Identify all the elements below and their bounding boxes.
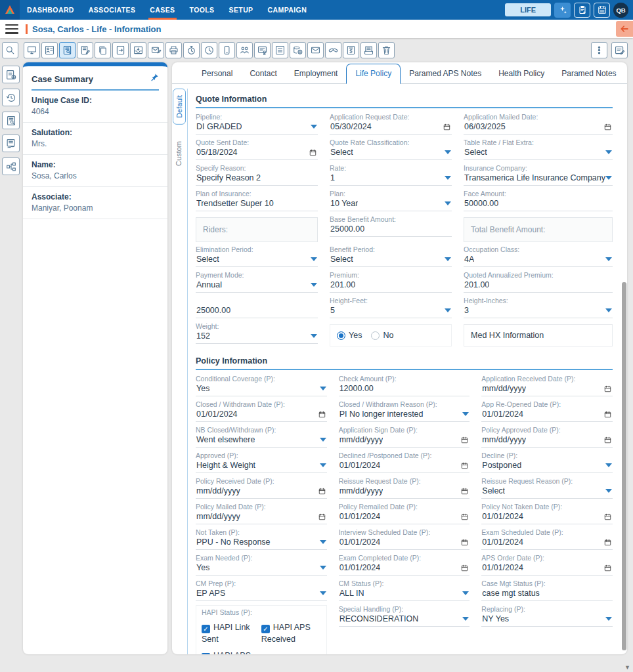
reissue-request-reason-p-dropdown[interactable]: Select [481, 486, 613, 499]
copy-icon[interactable] [95, 42, 111, 58]
workflow-icon[interactable] [2, 158, 20, 175]
note-icon[interactable] [611, 42, 628, 58]
calendar-picker-icon[interactable] [603, 123, 612, 131]
calendar-picker-icon[interactable] [460, 564, 469, 572]
mail-icon[interactable] [307, 42, 324, 58]
table-rate-flat-extra-dropdown[interactable]: Select [464, 147, 613, 160]
policy-remailed-date-p-date-input[interactable]: 01/01/2024 [339, 511, 470, 524]
kebab-menu-icon[interactable] [591, 42, 607, 58]
tab-paramed-notes[interactable]: Paramed Notes [553, 64, 624, 83]
quoted-annualized-premium-input[interactable]: 201.00 [464, 280, 613, 293]
side-tab-default[interactable]: Default [173, 89, 186, 125]
tab-health-policy[interactable]: Health Policy [490, 64, 553, 83]
tab-contact[interactable]: Contact [241, 64, 285, 83]
height-inches-dropdown[interactable]: 3 [464, 305, 613, 318]
calendar-icon[interactable] [594, 3, 610, 18]
closed-withdrawn-date-p-date-input[interactable]: 01/01/2024 [196, 409, 327, 422]
exam-completed-date-p-date-input[interactable]: 01/01/2024 [339, 562, 470, 576]
cm-status-p-dropdown[interactable]: ALL IN [339, 588, 470, 601]
application-mailed-date-date-input[interactable]: 06/03/2025 [464, 121, 613, 135]
plan-dropdown[interactable]: 10 Year [330, 198, 452, 211]
contact-list-icon[interactable] [41, 42, 58, 58]
calendar-picker-icon[interactable] [603, 564, 612, 572]
height-feet-dropdown[interactable]: 5 [330, 305, 452, 318]
calendar-picker-icon[interactable] [443, 123, 451, 131]
weight-dropdown[interactable]: 152 [196, 331, 318, 344]
calendar-picker-icon[interactable] [603, 513, 612, 521]
premium-input[interactable]: 201.00 [330, 280, 452, 293]
radio-option-yes[interactable]: Yes [337, 331, 362, 340]
scroll-down-arrow-icon[interactable]: ▼ [624, 664, 630, 671]
value-input[interactable]: 25000.00 [196, 305, 318, 318]
interview-scheduled-date-p-date-input[interactable]: 01/01/2024 [339, 537, 470, 550]
elimination-period-dropdown[interactable]: Select [196, 254, 318, 267]
calendar-picker-icon[interactable] [460, 436, 469, 444]
calendar-picker-icon[interactable] [603, 436, 612, 444]
certificate-icon[interactable] [254, 42, 271, 58]
nav-item-cases[interactable]: CASES [142, 0, 182, 20]
med-hx-information-field[interactable]: Med HX Information [464, 324, 613, 346]
document-view-icon[interactable] [2, 112, 20, 129]
calendar-picker-icon[interactable] [318, 487, 326, 495]
calendar-picker-icon[interactable] [460, 461, 469, 470]
document-export-icon[interactable] [112, 42, 129, 58]
application-request-date-date-input[interactable]: 05/30/2024 [330, 121, 452, 135]
nav-item-associates[interactable]: ASSOCIATES [81, 0, 142, 20]
tab-life-policy[interactable]: Life Policy [346, 64, 401, 84]
face-amount-input[interactable]: 50000.00 [464, 198, 613, 211]
plan-of-insurance-input[interactable]: Trendsetter Super 10 [196, 198, 318, 211]
invoice-icon[interactable] [343, 42, 359, 58]
nav-item-dashboard[interactable]: DASHBOARD [20, 0, 81, 20]
insurance-company-dropdown[interactable]: Transamerica Life Insurance Company [464, 173, 613, 186]
aps-order-date-p-date-input[interactable]: 01/01/2024 [481, 562, 613, 576]
mail-compose-icon[interactable] [148, 42, 164, 58]
qb-avatar[interactable]: QB [613, 3, 628, 18]
clipboard-add-icon[interactable] [574, 3, 590, 18]
check-amount-p-input[interactable]: 12000.00 [339, 383, 470, 396]
scan-icon[interactable] [360, 42, 377, 58]
side-tab-custom[interactable]: Custom [173, 135, 185, 172]
nb-closed-withdrawn-p-dropdown[interactable]: Went elsewhere [196, 434, 327, 448]
vertical-scrollbar[interactable] [622, 282, 626, 650]
specify-reason-input[interactable]: Specify Reason 2 [196, 173, 318, 186]
calendar-picker-icon[interactable] [318, 410, 326, 419]
occupation-class-dropdown[interactable]: 4A [464, 254, 613, 267]
back-button[interactable] [616, 21, 633, 37]
history-icon[interactable] [2, 89, 20, 106]
calendar-picker-icon[interactable] [603, 410, 612, 419]
tab-rsa-ir[interactable]: RSA ir [625, 64, 633, 83]
document-search-icon[interactable] [59, 42, 76, 58]
phone-icon[interactable] [219, 42, 235, 58]
payment-mode-dropdown[interactable]: Annual [196, 280, 318, 293]
application-sign-date-p-date-input[interactable]: mm/dd/yyyy [339, 434, 470, 448]
not-taken-p-dropdown[interactable]: PPU - No Response [196, 537, 327, 550]
tab-personal[interactable]: Personal [193, 64, 241, 83]
approved-p-dropdown[interactable]: Height & Weight [196, 460, 327, 473]
policy-mailed-date-p-date-input[interactable]: mm/dd/yyyy [196, 511, 327, 524]
tab-paramed-aps-notes[interactable]: Paramed APS Notes [401, 64, 490, 83]
tab-employment[interactable]: Employment [286, 64, 347, 83]
hamburger-menu-icon[interactable] [5, 24, 18, 34]
replacing-p-dropdown[interactable]: NY Yes [481, 614, 613, 627]
quote-sent-date-date-input[interactable]: 05/18/2024 [196, 147, 318, 160]
reissue-request-date-p-date-input[interactable]: mm/dd/yyyy [339, 486, 470, 499]
checkbox-hapi-aps-denied[interactable]: ✓HAPI APS Denied [202, 650, 261, 654]
calendar-picker-icon[interactable] [460, 538, 469, 547]
quote-rate-classification-dropdown[interactable]: Select [330, 147, 452, 160]
life-module-button[interactable]: LIFE [505, 3, 551, 16]
cm-prep-p-dropdown[interactable]: EP APS [196, 588, 327, 601]
trash-icon[interactable] [378, 42, 395, 58]
sparkles-icon[interactable] [554, 3, 571, 18]
checkbox-hapi-link-sent[interactable]: ✓HAPI Link Sent [202, 621, 261, 645]
base-benefit-amount-input[interactable]: 25000.00 [330, 224, 452, 237]
calendar-picker-icon[interactable] [603, 385, 612, 393]
monitor-icon[interactable] [24, 42, 40, 58]
exam-scheduled-date-p-date-input[interactable]: 01/01/2024 [481, 537, 613, 550]
calendar-picker-icon[interactable] [460, 487, 469, 495]
people-icon[interactable] [236, 42, 253, 58]
stopwatch-icon[interactable] [183, 42, 200, 58]
policy-not-taken-date-p-date-input[interactable]: 01/01/2024 [481, 511, 613, 524]
conditional-coverage-p-dropdown[interactable]: Yes [196, 383, 327, 396]
policy-approved-date-p-date-input[interactable]: mm/dd/yyyy [481, 434, 613, 448]
nav-item-tools[interactable]: TOOLS [183, 0, 222, 20]
